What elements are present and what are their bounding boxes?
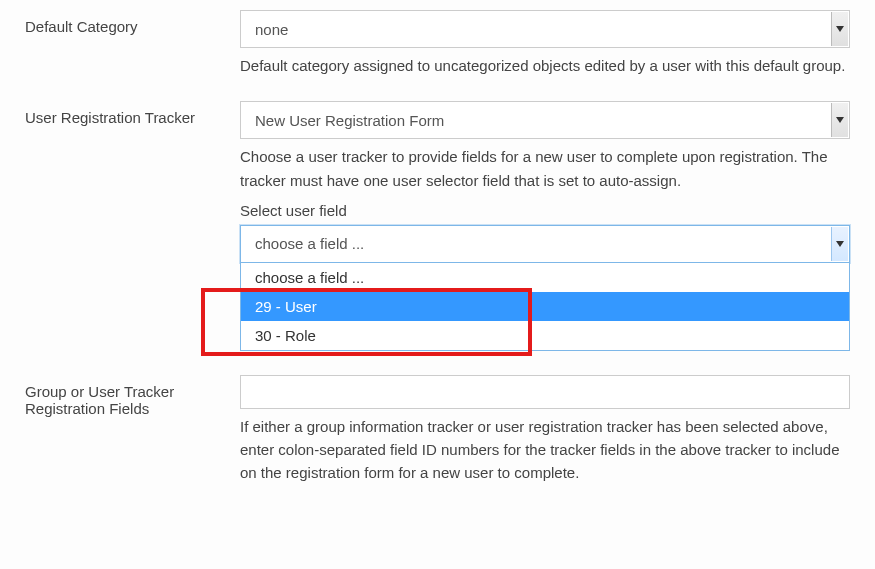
- user-reg-tracker-selected-text: New User Registration Form: [255, 112, 444, 129]
- row-user-reg-tracker: User Registration Tracker New User Regis…: [25, 101, 850, 351]
- dropdown-arrow-icon: [831, 12, 848, 46]
- help-group-user-tracker-fields: If either a group information tracker or…: [240, 415, 850, 485]
- control-default-category: none Default category assigned to uncate…: [240, 10, 850, 77]
- label-user-reg-tracker: User Registration Tracker: [25, 101, 240, 126]
- default-category-selected-text: none: [255, 21, 288, 38]
- user-reg-tracker-select[interactable]: New User Registration Form: [240, 101, 850, 139]
- user-field-option-30-role[interactable]: 30 - Role: [241, 321, 849, 350]
- control-user-reg-tracker: New User Registration Form Choose a user…: [240, 101, 850, 351]
- default-category-select[interactable]: none: [240, 10, 850, 48]
- label-default-category: Default Category: [25, 10, 240, 35]
- row-default-category: Default Category none Default category a…: [25, 10, 850, 77]
- dropdown-arrow-icon: [831, 227, 848, 261]
- row-group-user-tracker-fields: Group or User Tracker Registration Field…: [25, 375, 850, 485]
- user-field-dropdown-list: choose a field ... 29 - User 30 - Role: [240, 263, 850, 351]
- user-field-option-placeholder[interactable]: choose a field ...: [241, 263, 849, 292]
- group-user-tracker-fields-input[interactable]: [240, 375, 850, 409]
- dropdown-arrow-icon: [831, 103, 848, 137]
- help-user-reg-tracker: Choose a user tracker to provide fields …: [240, 145, 850, 192]
- control-group-user-tracker-fields: If either a group information tracker or…: [240, 375, 850, 485]
- label-group-user-tracker-fields: Group or User Tracker Registration Field…: [25, 375, 240, 417]
- user-field-select[interactable]: choose a field ...: [240, 225, 850, 263]
- help-default-category: Default category assigned to uncategoriz…: [240, 54, 850, 77]
- user-field-selected-text: choose a field ...: [255, 235, 364, 252]
- sublabel-select-user-field: Select user field: [240, 202, 850, 219]
- user-field-option-29-user[interactable]: 29 - User: [241, 292, 849, 321]
